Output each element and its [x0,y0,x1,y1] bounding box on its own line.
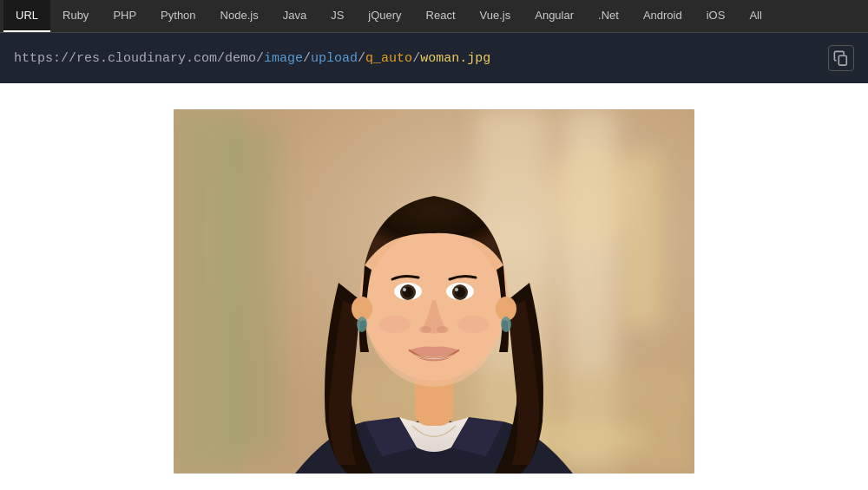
image-section [0,83,868,490]
svg-point-6 [547,144,634,248]
svg-point-28 [437,326,449,333]
tab-java[interactable]: Java [271,0,319,32]
demo-image-container [174,109,694,474]
svg-point-27 [419,326,431,333]
tab-ruby[interactable]: Ruby [50,0,101,32]
url-display: https://res.cloudinary.com/demo/image/up… [14,51,814,66]
svg-point-17 [357,317,367,332]
tab-python[interactable]: Python [148,0,207,32]
url-slash2: / [358,51,365,66]
url-prefix: https://res.cloudinary.com/demo/ [14,51,264,66]
url-slash3: / [412,51,420,66]
copy-icon [833,50,849,66]
tab-ios[interactable]: iOS [694,0,738,32]
tab-php[interactable]: PHP [101,0,148,32]
tab-nodejs[interactable]: Node.js [208,0,271,32]
svg-point-22 [403,288,406,291]
tab-js[interactable]: JS [319,0,356,32]
svg-rect-8 [226,127,278,456]
url-bar: https://res.cloudinary.com/demo/image/up… [0,33,868,83]
svg-point-26 [455,288,458,291]
svg-point-29 [379,316,411,333]
svg-point-18 [501,317,511,332]
url-slash1: / [303,51,311,66]
woman-portrait [174,109,694,474]
tab-all[interactable]: All [737,0,773,32]
url-segment2: upload [311,51,358,66]
tab-android[interactable]: Android [631,0,694,32]
url-segment3: q_auto [365,51,412,66]
tab-react[interactable]: React [414,0,468,32]
tab-jquery[interactable]: jQuery [356,0,413,32]
tab-angular[interactable]: Angular [523,0,586,32]
copy-button[interactable] [828,45,854,71]
url-segment4: woman.jpg [420,51,490,66]
svg-point-30 [457,316,489,333]
svg-rect-0 [838,56,846,65]
tab-url[interactable]: URL [3,0,50,32]
url-segment1: image [264,51,303,66]
tab-bar: URLRubyPHPPythonNode.jsJavaJSjQueryReact… [0,0,868,33]
tab-vuejs[interactable]: Vue.js [468,0,523,32]
tab-dotnet[interactable]: .Net [586,0,631,32]
